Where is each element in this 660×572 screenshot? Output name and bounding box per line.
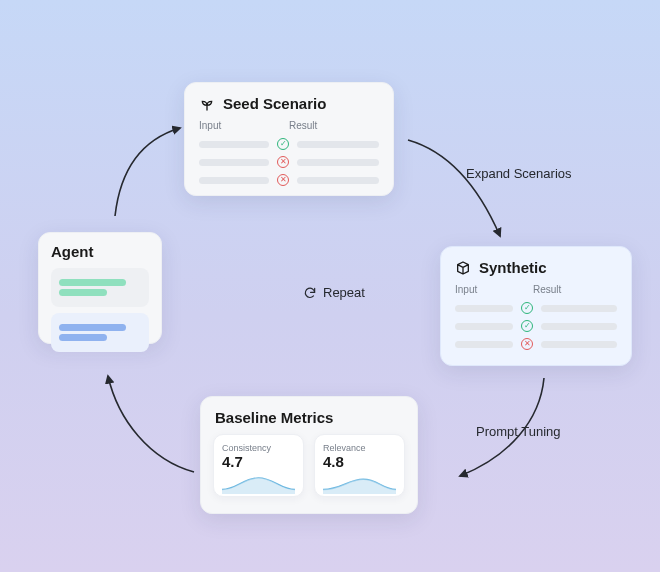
- cell-result: [297, 177, 379, 184]
- label-repeat-text: Repeat: [323, 285, 365, 300]
- cell-result: [297, 141, 379, 148]
- label-prompt-tuning: Prompt Tuning: [476, 424, 561, 439]
- cube-icon: [455, 260, 471, 276]
- seed-scenario-card: Seed Scenario Input Result ✓✕✕: [184, 82, 394, 196]
- table-row: ✓: [441, 317, 631, 335]
- check-icon: ✓: [277, 138, 289, 150]
- seed-rows: ✓✕✕: [185, 135, 393, 189]
- cell-result: [541, 305, 617, 312]
- metric-relevance: Relevance 4.8: [314, 434, 405, 497]
- metric-value: 4.8: [323, 453, 396, 470]
- metric-consistency: Consistency 4.7: [213, 434, 304, 497]
- agent-card: Agent: [38, 232, 162, 344]
- cell-input: [199, 141, 269, 148]
- table-row: ✓: [441, 299, 631, 317]
- baseline-title: Baseline Metrics: [215, 409, 333, 426]
- cell-input: [199, 177, 269, 184]
- cell-result: [297, 159, 379, 166]
- cell-result: [541, 323, 617, 330]
- agent-block-2: [51, 313, 149, 352]
- check-icon: ✓: [521, 302, 533, 314]
- arrow-baseline-to-agent: [108, 376, 194, 472]
- metric-value: 4.7: [222, 453, 295, 470]
- synthetic-title-row: Synthetic: [441, 247, 631, 284]
- table-row: ✕: [185, 153, 393, 171]
- metric-label: Consistency: [222, 443, 295, 453]
- x-icon: ✕: [521, 338, 533, 350]
- table-row: ✓: [185, 135, 393, 153]
- x-icon: ✕: [277, 174, 289, 186]
- arrow-seed-to-synthetic: [408, 140, 500, 236]
- table-row: ✕: [185, 171, 393, 189]
- sparkline-icon: [222, 470, 295, 496]
- refresh-icon: [303, 286, 317, 300]
- table-row: ✕: [441, 335, 631, 353]
- label-expand-scenarios: Expand Scenarios: [466, 166, 572, 181]
- sparkline-icon: [323, 470, 396, 496]
- baseline-title-row: Baseline Metrics: [201, 397, 417, 434]
- cell-input: [199, 159, 269, 166]
- synthetic-title: Synthetic: [479, 259, 547, 276]
- synthetic-header-result: Result: [533, 284, 561, 295]
- agent-block-1: [51, 268, 149, 307]
- metric-label: Relevance: [323, 443, 396, 453]
- agent-title: Agent: [51, 243, 149, 260]
- seed-title-row: Seed Scenario: [185, 83, 393, 120]
- seed-header-result: Result: [289, 120, 317, 131]
- arrow-agent-to-seed: [115, 128, 180, 216]
- cell-input: [455, 305, 513, 312]
- synthetic-rows: ✓✓✕: [441, 299, 631, 353]
- seed-header-input: Input: [199, 120, 269, 131]
- baseline-card: Baseline Metrics Consistency 4.7 Relevan…: [200, 396, 418, 514]
- sprout-icon: [199, 96, 215, 112]
- check-icon: ✓: [521, 320, 533, 332]
- cell-result: [541, 341, 617, 348]
- synthetic-headers: Input Result: [441, 284, 631, 299]
- label-repeat: Repeat: [303, 285, 365, 300]
- cell-input: [455, 341, 513, 348]
- seed-title: Seed Scenario: [223, 95, 326, 112]
- synthetic-card: Synthetic Input Result ✓✓✕: [440, 246, 632, 366]
- x-icon: ✕: [277, 156, 289, 168]
- cell-input: [455, 323, 513, 330]
- synthetic-header-input: Input: [455, 284, 513, 295]
- baseline-metrics: Consistency 4.7 Relevance 4.8: [201, 434, 417, 509]
- seed-headers: Input Result: [185, 120, 393, 135]
